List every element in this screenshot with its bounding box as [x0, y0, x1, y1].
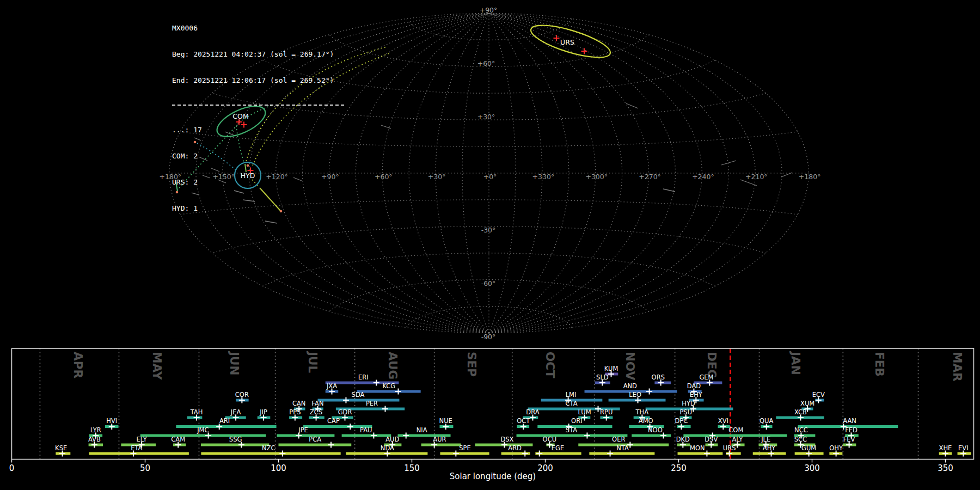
shower-label-CAN: CAN — [292, 400, 306, 407]
lon-label: +240° — [692, 173, 714, 181]
begin-time: Beg: 20251221 04:02:37 (sol = 269.17°) — [172, 50, 344, 59]
shower-label-ARI: ARI — [219, 417, 230, 425]
end-time: End: 20251221 12:06:17 (sol = 269.52°) — [172, 76, 344, 85]
shower-label-URS: URS — [723, 444, 736, 452]
shower-label-TAH: TAH — [190, 408, 203, 416]
observation-info-block: MX0006 Beg: 20251221 04:02:37 (sol = 269… — [172, 7, 344, 230]
shower-label-JXA: JXA — [326, 382, 337, 390]
shower-label-GUM: GUM — [801, 444, 816, 452]
pole-label: -90° — [481, 333, 496, 341]
shower-bar-STA — [517, 434, 628, 437]
lon-label: +30° — [428, 173, 446, 181]
lon-label: +180° — [799, 173, 821, 181]
month-label-FEB: FEB — [873, 352, 886, 377]
month-label-MAR: MAR — [951, 352, 964, 382]
shower-label-PSU: PSU — [679, 408, 692, 416]
shower-peak-NTA — [607, 451, 613, 457]
shower-label-KUM: KUM — [604, 365, 618, 372]
shower-bar-SPE — [440, 452, 489, 455]
x-tick-label: 200 — [537, 463, 553, 473]
month-label-OCT: OCT — [543, 352, 557, 378]
sporadic-meteor-segment — [626, 103, 638, 108]
shower-label-AND: AND — [623, 382, 637, 390]
shower-label-RPU: RPU — [600, 408, 612, 416]
lon-label: +300° — [585, 173, 608, 181]
x-tick-label: 0 — [9, 463, 15, 473]
info-separator — [172, 105, 344, 106]
month-label-JUL: JUL — [306, 351, 320, 373]
shower-bar-SDA — [318, 399, 400, 402]
shower-label-LEO: LEO — [629, 391, 641, 399]
shower-label-SCC: SCC — [794, 436, 807, 443]
sporadic-meteor-segment — [721, 161, 736, 165]
shower-label-STA: STA — [566, 426, 577, 434]
shower-label-NDA: NDA — [381, 444, 394, 452]
shower-label-LMI: LMI — [566, 391, 577, 399]
shower-label-XVI: XVI — [718, 417, 728, 425]
shower-label-DAD: DAD — [687, 382, 701, 390]
x-tick-label: 50 — [140, 463, 150, 473]
shower-label-OHY: OHY — [829, 444, 843, 452]
shower-label-NTA: NTA — [616, 444, 629, 452]
shower-bar-JMC — [140, 434, 266, 437]
shower-peak-PCA — [328, 442, 334, 448]
shower-peak-AND — [646, 389, 652, 395]
lat-label: -30° — [481, 226, 496, 234]
shower-bar-NTA — [589, 452, 654, 455]
radiant-plus-marker-URS — [581, 48, 587, 54]
shower-label-ZCS: ZCS — [310, 408, 322, 416]
x-axis-title: Solar longitude (deg) — [450, 471, 536, 481]
shower-peak-NZC — [279, 451, 285, 457]
shower-label-SSG: SSG — [229, 436, 242, 443]
shower-label-KCG: KCG — [382, 382, 395, 390]
pole-label: +90° — [480, 6, 498, 14]
shower-bar-NZC — [201, 452, 340, 455]
shower-label-NIA: NIA — [416, 426, 427, 434]
lon-label: +0° — [483, 173, 497, 181]
shower-peak-PER — [382, 406, 388, 412]
shower-label-JIP: JIP — [259, 408, 267, 416]
shower-peak-SDA — [343, 397, 349, 403]
shower-label-GEM: GEM — [699, 373, 713, 381]
x-tick-label: 100 — [271, 463, 286, 473]
month-label-JAN: JAN — [789, 351, 803, 375]
lat-label: -60° — [481, 279, 496, 287]
sporadic-meteor-segment — [663, 189, 675, 192]
lat-label: +60° — [477, 59, 495, 68]
shower-label-LYR: LYR — [90, 426, 101, 434]
shower-label-DPC: DPC — [675, 417, 688, 425]
month-label-APR: APR — [71, 352, 85, 378]
shower-label-DKD: DKD — [676, 436, 690, 443]
shower-label-ALY: ALY — [732, 436, 743, 443]
shower-label-GDR: GDR — [338, 408, 352, 416]
lon-label: +210° — [745, 173, 768, 181]
shower-label-AHY: AHY — [763, 444, 776, 452]
shower-label-PCA: PCA — [309, 436, 321, 443]
shower-peak-ERI — [373, 380, 379, 386]
shower-label-HVI: HVI — [106, 417, 117, 425]
shower-bar-SSG — [201, 444, 269, 446]
shower-peak-ARD — [522, 451, 528, 457]
month-label-AUG: AUG — [386, 352, 400, 379]
shower-label-PER: PER — [366, 400, 378, 407]
shower-label-PPS: PPS — [289, 408, 301, 416]
shower-label-LUM: LUM — [578, 408, 591, 416]
shower-bar-JPE — [277, 434, 335, 437]
shower-label-FAN: FAN — [312, 400, 324, 407]
shower-label-AUR: AUR — [433, 436, 446, 443]
shower-label-ELY: ELY — [137, 436, 148, 443]
shower-label-ARD: ARD — [508, 444, 522, 452]
shower-bar-PAU — [342, 434, 391, 437]
shower-label-FEV: FEV — [843, 436, 855, 443]
shower-label-FED: FED — [845, 426, 857, 434]
x-tick-label: 250 — [671, 463, 687, 473]
x-tick-label: 150 — [404, 463, 420, 473]
shower-bar-MON — [678, 452, 723, 455]
month-label-NOV: NOV — [623, 352, 637, 381]
shower-label-COM: COM — [728, 426, 743, 434]
shower-label-AMO: AMO — [639, 417, 653, 425]
shower-label-XUM: XUM — [800, 400, 814, 407]
shower-label-QUA: QUA — [759, 417, 773, 425]
month-label-MAY: MAY — [150, 352, 164, 380]
shower-bar-ARI — [176, 425, 276, 428]
